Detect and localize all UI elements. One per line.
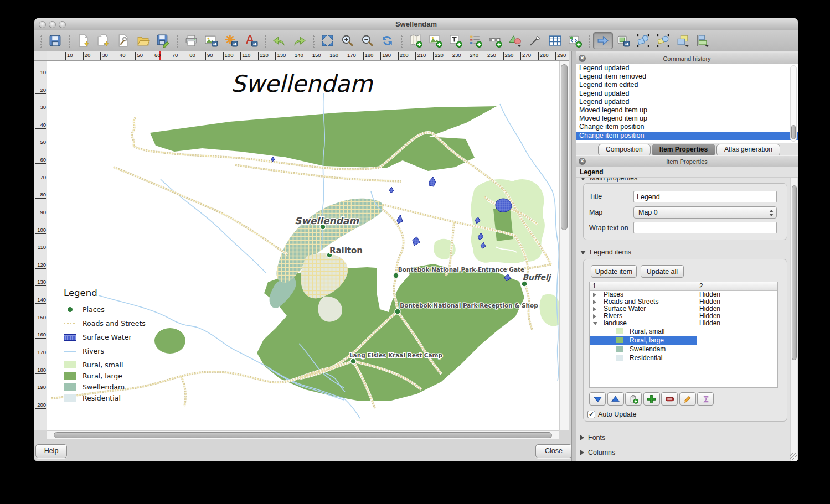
zoom-out-button[interactable] — [357, 32, 377, 49]
move-item-content-button[interactable] — [613, 32, 633, 49]
panel-scrollbar[interactable] — [790, 178, 797, 461]
align-items-button[interactable] — [693, 32, 713, 49]
move-down-button[interactable] — [589, 392, 606, 406]
legend-items-section[interactable]: Legend items — [580, 248, 631, 257]
add-map-button[interactable] — [405, 32, 425, 49]
tab-atlas-generation[interactable]: Atlas generation — [716, 144, 780, 156]
titlebar[interactable]: Swellendam — [34, 18, 798, 31]
close-button[interactable]: Close — [535, 444, 572, 458]
swatch-icon — [64, 383, 76, 391]
help-button[interactable]: Help — [35, 444, 67, 458]
duplicate-composition-button[interactable] — [93, 32, 113, 49]
wrap-text-label: Wrap text on — [589, 224, 628, 232]
count-features-button[interactable] — [697, 392, 714, 406]
page-title[interactable]: Swellendam — [231, 70, 373, 97]
expander-icon[interactable] — [593, 314, 596, 319]
close-item-properties-icon[interactable]: ✕ — [579, 158, 586, 165]
tree-row[interactable]: Rural, large — [590, 336, 777, 345]
zoom-full-icon — [321, 34, 334, 48]
tree-row[interactable]: Swellendam — [590, 345, 777, 354]
align-items-icon — [696, 34, 710, 48]
history-item[interactable]: Legend updated — [576, 64, 798, 72]
columns-section[interactable]: Columns — [580, 448, 615, 457]
history-item[interactable]: Change item position — [576, 123, 798, 131]
history-item[interactable]: Legend updated — [576, 98, 798, 106]
map-select[interactable]: Map 0 — [633, 206, 777, 219]
export-svg-button[interactable] — [221, 32, 241, 49]
fonts-section[interactable]: Fonts — [580, 433, 605, 442]
tab-item-properties[interactable]: Item Properties — [652, 144, 715, 156]
add-scalebar-button[interactable] — [485, 32, 505, 49]
new-composition-button[interactable] — [73, 32, 93, 49]
update-all-button[interactable]: Update all — [641, 265, 684, 278]
remove-item-button[interactable] — [661, 392, 678, 406]
composition-canvas[interactable]: Swellendam Swellendam Railton Bontebok N… — [47, 61, 559, 430]
toolbar-separator — [176, 34, 178, 48]
canvas-v-scrollbar[interactable] — [559, 61, 569, 430]
v-ruler-tick: 190 — [35, 384, 46, 391]
add-arrow-button[interactable] — [525, 32, 545, 49]
place-entrance-gate — [393, 273, 399, 278]
resize-grip-icon[interactable] — [790, 453, 797, 460]
history-scrollbar[interactable] — [790, 65, 797, 142]
panel-splitter[interactable] — [571, 51, 576, 461]
add-table-button[interactable] — [545, 32, 565, 49]
h-ruler-tick: 10 — [65, 52, 73, 60]
expander-icon[interactable] — [593, 300, 596, 304]
open-button[interactable] — [133, 32, 153, 49]
history-item[interactable]: Legend item removed — [576, 72, 798, 81]
close-panel-icon[interactable]: ✕ — [579, 55, 586, 62]
export-image-button[interactable] — [201, 32, 221, 49]
add-image-button[interactable] — [425, 32, 445, 49]
canvas-h-scrollbar[interactable] — [47, 430, 559, 439]
wrap-text-field[interactable] — [633, 222, 777, 233]
v-ruler-tick: 160 — [35, 331, 46, 339]
tree-row-label: Rural, large — [630, 336, 664, 345]
add-legend-button[interactable] — [465, 32, 485, 49]
duplicate-composition-icon — [96, 34, 110, 48]
add-shape-button[interactable] — [505, 32, 525, 49]
main-properties-section[interactable]: Main properties — [580, 178, 637, 183]
v-ruler-tick: 120 — [35, 262, 46, 269]
group-items-button[interactable] — [633, 32, 653, 49]
select-move-item-button[interactable] — [593, 32, 613, 49]
zoom-full-button[interactable] — [317, 32, 337, 49]
add-group-button[interactable] — [625, 392, 642, 406]
tab-composition[interactable]: Composition — [598, 144, 651, 156]
tree-row[interactable]: Residential — [590, 354, 777, 362]
history-item[interactable]: Legend updated — [576, 90, 798, 98]
redo-button[interactable] — [289, 32, 309, 49]
history-item[interactable]: Change item position — [576, 132, 798, 140]
tree-row[interactable]: landuseHidden — [590, 320, 777, 327]
add-html-button[interactable] — [565, 32, 585, 49]
add-item-button[interactable] — [643, 392, 660, 406]
update-item-button[interactable]: Update item — [591, 265, 637, 278]
expander-icon[interactable] — [593, 293, 596, 297]
save-button[interactable] — [45, 32, 65, 49]
move-up-button[interactable] — [607, 392, 624, 406]
zoom-in-button[interactable] — [337, 32, 357, 49]
title-field[interactable] — [633, 191, 777, 202]
tree-header: 1 2 — [590, 282, 777, 291]
add-label-button[interactable] — [445, 32, 465, 49]
undo-button[interactable] — [269, 32, 289, 49]
v-ruler-tick: 40 — [35, 122, 46, 129]
swatch-icon — [64, 361, 76, 368]
expander-icon[interactable] — [593, 322, 597, 325]
auto-update-checkbox[interactable]: ✓ — [587, 411, 595, 418]
expander-icon[interactable] — [593, 307, 596, 311]
history-item[interactable]: Moved legend item up — [576, 115, 798, 123]
tree-row[interactable]: Rural, small — [590, 327, 777, 336]
map-legend-label: Roads and Streets — [83, 319, 146, 328]
history-item[interactable]: Moved legend item up — [576, 106, 798, 115]
map-legend-item[interactable]: Legend PlacesRoads and StreetsSurface Wa… — [64, 288, 180, 405]
edit-item-button[interactable] — [679, 392, 696, 406]
export-pdf-button[interactable] — [241, 32, 261, 49]
refresh-button[interactable] — [377, 32, 397, 49]
composer-manager-button[interactable] — [113, 32, 133, 49]
raise-items-button[interactable] — [673, 32, 693, 49]
ungroup-items-button[interactable] — [653, 32, 673, 49]
history-item[interactable]: Legend item edited — [576, 81, 798, 89]
save-as-button[interactable] — [153, 32, 173, 49]
print-button[interactable] — [181, 32, 201, 49]
